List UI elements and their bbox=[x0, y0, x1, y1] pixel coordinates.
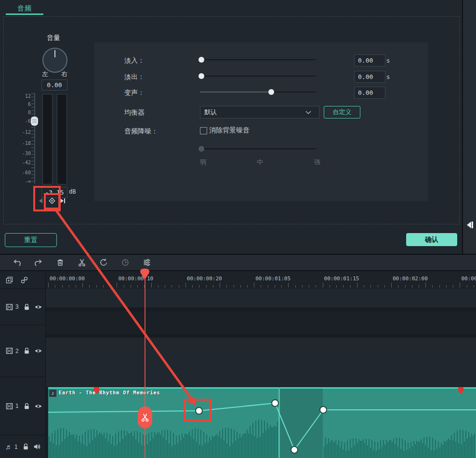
ruler-tick bbox=[275, 285, 275, 288]
equalizer-custom-button[interactable]: 自定义 bbox=[324, 106, 360, 118]
ruler-tick bbox=[330, 285, 330, 288]
link-icon[interactable] bbox=[20, 276, 28, 284]
lock-icon[interactable] bbox=[22, 443, 30, 451]
ruler-tick bbox=[295, 285, 296, 288]
balance-left-label: 左 bbox=[42, 70, 48, 79]
denoise-strength-thumb[interactable] bbox=[198, 146, 204, 152]
add-keyframe-icon[interactable] bbox=[47, 196, 57, 206]
balance-value-field[interactable]: 0.00 bbox=[41, 79, 67, 91]
ruler-tick bbox=[137, 285, 138, 288]
equalizer-dropdown[interactable]: 默认 bbox=[200, 106, 319, 118]
ruler-tick bbox=[439, 285, 440, 288]
envelope-line[interactable] bbox=[48, 403, 476, 450]
balance-right-label: 右 bbox=[61, 70, 67, 79]
volume-balance-knob[interactable] bbox=[42, 48, 67, 73]
ruler-tick bbox=[240, 285, 241, 288]
fade-out-value-field[interactable]: 0.00 bbox=[354, 71, 385, 83]
undo-icon[interactable] bbox=[13, 258, 21, 267]
reset-button[interactable]: 重置 bbox=[5, 233, 57, 247]
equalizer-label: 均衡器 bbox=[124, 108, 145, 117]
track-tools-header bbox=[0, 271, 45, 289]
tab-audio[interactable]: 音频 bbox=[17, 4, 32, 13]
playhead-line[interactable] bbox=[145, 275, 145, 458]
ruler-tick bbox=[192, 285, 193, 288]
volume-fader-track[interactable] bbox=[34, 93, 35, 183]
delete-icon[interactable] bbox=[56, 258, 65, 267]
eye-icon[interactable] bbox=[34, 347, 42, 355]
prev-keyframe-icon[interactable] bbox=[39, 198, 43, 204]
db-scale-label: -6 bbox=[25, 118, 31, 124]
level-meter-right bbox=[57, 94, 67, 184]
lock-icon[interactable] bbox=[23, 303, 31, 311]
fade-in-slider-thumb[interactable] bbox=[198, 57, 204, 63]
ruler-tick bbox=[89, 285, 90, 288]
denoise-strength-slider[interactable] bbox=[200, 148, 316, 149]
level-meter-left bbox=[42, 94, 53, 184]
envelope-keyframe-dot[interactable] bbox=[196, 407, 202, 414]
ruler-timestamp: 00:00:01:15 bbox=[324, 275, 359, 282]
envelope-keyframe-dot[interactable] bbox=[320, 406, 327, 413]
envelope-keyframe-dot[interactable] bbox=[291, 446, 298, 453]
pitch-slider-thumb[interactable] bbox=[268, 89, 274, 95]
ruler-tick bbox=[76, 285, 76, 288]
duration-clock-icon[interactable] bbox=[121, 258, 130, 267]
ruler-tick bbox=[467, 285, 467, 288]
fade-out-slider-thumb[interactable] bbox=[198, 73, 204, 79]
pitch-label: 变声： bbox=[124, 89, 145, 97]
ruler-tick bbox=[55, 285, 55, 288]
db-scale-label: -∞ bbox=[25, 179, 31, 184]
lock-icon[interactable] bbox=[23, 347, 31, 355]
volume-envelope[interactable] bbox=[46, 387, 476, 458]
ruler-tick bbox=[117, 283, 117, 288]
playhead-handle[interactable] bbox=[140, 268, 150, 280]
fade-in-value-field[interactable]: 0.00 bbox=[354, 54, 385, 66]
ruler-tick bbox=[398, 285, 398, 288]
speed-icon[interactable] bbox=[99, 258, 108, 267]
video-track-1-lane[interactable] bbox=[46, 338, 476, 387]
add-track-icon[interactable] bbox=[5, 276, 13, 284]
pitch-slider[interactable] bbox=[200, 92, 316, 92]
chevron-down-icon bbox=[305, 111, 311, 115]
confirm-button[interactable]: 确认 bbox=[406, 233, 457, 246]
denoise-checkbox-label: 消除背景噪音 bbox=[209, 126, 250, 135]
split-scissors-icon[interactable] bbox=[78, 258, 86, 267]
envelope-keyframe-dot[interactable] bbox=[272, 400, 278, 406]
ruler-tick bbox=[336, 285, 337, 288]
track-number: 2 bbox=[15, 348, 19, 354]
collapse-panel-icon[interactable] bbox=[465, 221, 474, 229]
volume-label: 音量 bbox=[47, 34, 60, 42]
denoise-label: 音频降噪： bbox=[124, 127, 158, 136]
ruler-tick bbox=[323, 283, 323, 288]
lane-gap bbox=[46, 334, 476, 338]
track-header-column: 3 2 bbox=[0, 271, 46, 458]
ruler-tick bbox=[370, 285, 371, 288]
eye-icon[interactable] bbox=[34, 303, 42, 311]
pitch-value-field[interactable]: 0.00 bbox=[354, 87, 385, 99]
db-scale-label: -42 bbox=[22, 160, 31, 165]
denoise-checkbox[interactable] bbox=[200, 127, 207, 134]
ruler-tick bbox=[254, 283, 254, 288]
ruler-tick bbox=[158, 285, 159, 288]
volume-fader-handle[interactable] bbox=[31, 117, 38, 126]
fade-out-slider[interactable] bbox=[200, 76, 316, 77]
fade-in-slider[interactable] bbox=[200, 59, 316, 60]
fade-out-unit: s bbox=[386, 74, 390, 80]
timeline-ruler[interactable]: 00:00:00:0000:00:00:1000:00:00:2000:00:0… bbox=[0, 271, 476, 289]
video-track-2-lane[interactable] bbox=[46, 311, 476, 334]
ruler-tick bbox=[391, 283, 392, 288]
ruler-tick bbox=[474, 285, 474, 288]
db-unit-label: dB bbox=[69, 188, 76, 195]
redo-icon[interactable] bbox=[34, 258, 43, 267]
lock-icon[interactable] bbox=[23, 402, 31, 410]
ruler-tick bbox=[432, 285, 433, 288]
adjust-sliders-icon[interactable] bbox=[143, 258, 151, 267]
video-track-3-lane[interactable] bbox=[46, 289, 476, 307]
next-keyframe-icon[interactable] bbox=[60, 198, 66, 204]
split-clip-button[interactable] bbox=[138, 406, 152, 429]
denoise-medium-label: 中 bbox=[257, 158, 263, 167]
eye-icon[interactable] bbox=[34, 402, 42, 410]
ruler-timestamp: 00:00:02:00 bbox=[393, 275, 428, 282]
speaker-icon[interactable] bbox=[33, 443, 41, 451]
track-number: 3 bbox=[15, 303, 19, 310]
ruler-tick bbox=[226, 285, 227, 288]
